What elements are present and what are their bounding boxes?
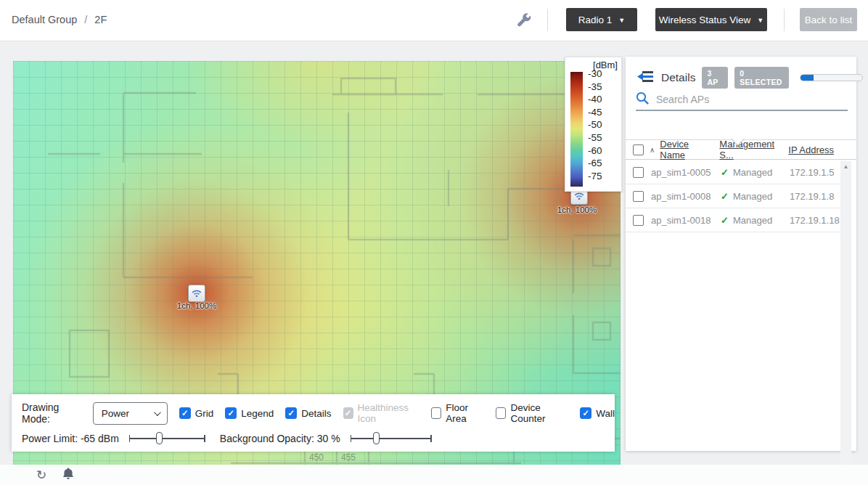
icon-size-slider[interactable]	[800, 74, 863, 81]
legend-tick: -45	[588, 106, 602, 119]
ip-address-cell: 172.19.1.8	[790, 191, 834, 202]
checkbox-floor-area[interactable]: ✓ Floor Area	[431, 402, 484, 424]
managed-check-icon: ✓	[721, 191, 729, 202]
checkbox-grid[interactable]: ✓ Grid	[179, 407, 214, 419]
breadcrumb-floor: 2F	[94, 14, 107, 25]
details-panel: Details 3 AP 0 SELECTED Search APs ∧ Dev…	[626, 57, 856, 451]
access-point-marker[interactable]	[188, 285, 205, 302]
view-select-label: Wireless Status View	[659, 15, 751, 25]
managed-check-icon: ✓	[721, 215, 729, 226]
ap-marker-label: 1ch, 100%	[557, 205, 597, 214]
row-checkbox[interactable]	[633, 215, 644, 226]
toolbar-divider	[784, 9, 785, 31]
room-label: 450	[309, 452, 324, 462]
top-bar: Default Group / 2F Radio 1 ▼ Wireless St…	[0, 0, 868, 41]
panel-title: Details	[661, 71, 695, 84]
chevron-down-icon	[154, 409, 161, 416]
wifi-icon	[574, 192, 584, 200]
collapse-panel-icon[interactable]	[637, 70, 655, 86]
back-to-list-button[interactable]: Back to list	[800, 8, 857, 31]
checkbox-wall[interactable]: ✓ Wall	[580, 407, 615, 419]
legend-tick: -55	[588, 131, 602, 144]
ip-address-cell: 172.19.1.18	[790, 215, 840, 226]
power-limit-slider[interactable]	[129, 432, 205, 445]
search-aps-field[interactable]: Search APs	[636, 89, 848, 111]
checkbox-healthiness-icon: ✓ Healthiness Icon	[343, 402, 420, 424]
legend-ticks: -30 -35 -40 -45 -50 -55 -60 -65 -75	[588, 68, 602, 182]
drawing-mode-label: Drawing Mode:	[22, 402, 81, 425]
breadcrumb-separator: /	[84, 14, 87, 25]
drawing-mode-select[interactable]: Power	[93, 402, 168, 425]
legend-tick: -65	[588, 157, 602, 170]
background-opacity-slider[interactable]	[351, 432, 432, 445]
management-status-cell: Managed	[733, 215, 772, 226]
column-device-name[interactable]: Device Name	[660, 139, 716, 160]
search-icon	[636, 91, 649, 107]
column-management-status[interactable]: Management S...	[719, 139, 787, 160]
search-placeholder: Search APs	[656, 94, 709, 105]
drawing-mode-value: Power	[102, 408, 129, 419]
ip-address-cell: 172.19.1.5	[790, 167, 834, 178]
checkbox-device-counter[interactable]: ✓ Device Counter	[496, 402, 568, 424]
legend-tick: -40	[588, 93, 602, 106]
caret-down-icon: ▼	[757, 17, 763, 24]
refresh-icon[interactable]: ↻	[36, 469, 46, 481]
wrench-icon[interactable]	[515, 12, 531, 30]
wifi-icon	[192, 289, 202, 298]
select-all-checkbox[interactable]	[633, 144, 644, 155]
radio-select-label: Radio 1	[578, 15, 613, 25]
ap-count-badge: 3 AP	[702, 67, 728, 89]
legend-tick: -60	[588, 144, 602, 158]
checkbox-legend[interactable]: ✓ Legend	[225, 407, 274, 419]
table-row[interactable]: ap_sim1-0008 ✓ Managed 172.19.1.8	[626, 184, 845, 208]
legend-color-bar	[570, 72, 583, 187]
slider-handle[interactable]	[373, 432, 380, 444]
device-name-cell: ap_sim1-0008	[651, 191, 721, 202]
legend-tick: -35	[588, 81, 602, 94]
background-opacity-label: Background Opacity: 30 %	[220, 433, 340, 444]
bottom-toolbar: ↻	[0, 465, 868, 485]
table-row[interactable]: ap_sim1-0005 ✓ Managed 172.19.1.5	[626, 160, 845, 184]
management-status-cell: Managed	[733, 167, 772, 178]
power-limit-label: Power Limit: -65 dBm	[22, 433, 119, 444]
row-checkbox[interactable]	[633, 191, 644, 202]
table-row[interactable]: ap_sim1-0018 ✓ Managed 172.19.1.18	[626, 208, 845, 232]
legend-tick: -75	[588, 170, 602, 183]
drawing-controls-bar: Drawing Mode: Power ✓ Grid ✓ Legend ✓ De…	[12, 394, 615, 452]
breadcrumb: Default Group / 2F	[12, 14, 107, 25]
row-checkbox[interactable]	[633, 167, 644, 178]
scroll-up-icon[interactable]: ▲	[840, 161, 851, 172]
bell-icon[interactable]	[62, 468, 74, 483]
room-label: 455	[341, 452, 356, 462]
breadcrumb-group[interactable]: Default Group	[12, 14, 77, 25]
managed-check-icon: ✓	[721, 167, 729, 178]
table-scrollbar[interactable]: ▲ ▼	[840, 161, 851, 485]
view-select-button[interactable]: Wireless Status View ▼	[655, 8, 767, 31]
checkbox-details[interactable]: ✓ Details	[285, 407, 331, 419]
legend-tick: -30	[588, 68, 602, 81]
toolbar-divider	[547, 9, 548, 31]
caret-down-icon: ▼	[618, 17, 625, 24]
device-name-cell: ap_sim1-0005	[651, 167, 721, 178]
sort-ascending-icon[interactable]: ∧	[650, 146, 655, 154]
management-status-cell: Managed	[733, 191, 772, 202]
dbm-legend: [dBm] -30 -35 -40 -45 -50 -55 -60 -65 -7…	[565, 57, 622, 192]
ap-marker-label: 1ch, 100%	[177, 301, 216, 310]
column-ip-address[interactable]: IP Address	[788, 144, 834, 155]
device-name-cell: ap_sim1-0018	[651, 215, 721, 226]
legend-tick: -50	[588, 118, 602, 131]
selected-count-badge: 0 SELECTED	[734, 67, 789, 89]
radio-select-button[interactable]: Radio 1 ▼	[566, 8, 637, 31]
slider-handle[interactable]	[156, 432, 163, 444]
